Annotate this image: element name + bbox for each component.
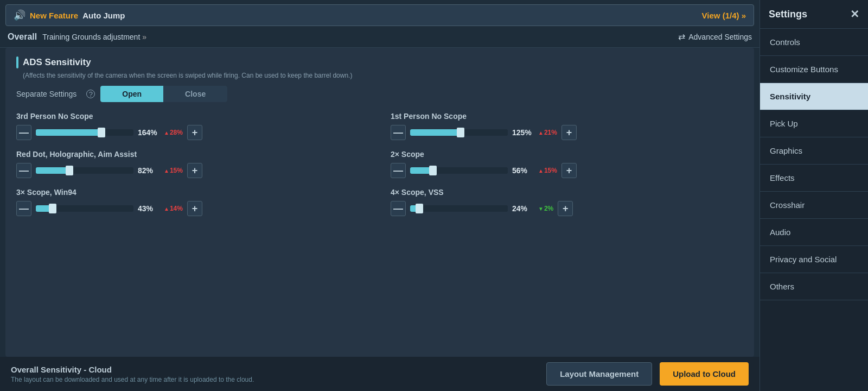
slider-item-4x-scope-vss: 4× Scope, VSS—24%▼2%+ <box>391 188 743 216</box>
slider-label-1st-person-no-scope: 1st Person No Scope <box>391 112 743 121</box>
sliders-grid: 3rd Person No Scope—164%▲28%+1st Person … <box>16 112 743 216</box>
nav-advanced-label: Advanced Settings <box>688 33 752 41</box>
slider-change-4x-scope-vss: ▼2% <box>538 205 553 212</box>
cloud-title: Overall Sensitivity - Cloud <box>11 365 254 374</box>
sidebar-item-privacy-social[interactable]: Privacy and Social <box>760 246 868 273</box>
slider-fill-3rd-person-no-scope <box>36 129 102 136</box>
nav-training-label: Training Grounds adjustment <box>42 33 140 41</box>
speaker-icon: 🔊 <box>14 9 25 21</box>
new-feature-label: New Feature <box>30 11 78 20</box>
slider-value-3rd-person-no-scope: 164% <box>138 128 159 137</box>
slider-thumb-3x-scope <box>49 204 56 213</box>
slider-plus-red-dot[interactable]: + <box>187 163 202 178</box>
slider-row-4x-scope-vss: —24%▼2%+ <box>391 201 743 216</box>
view-link[interactable]: View (1/4) » <box>702 11 746 20</box>
slider-track-4x-scope-vss[interactable] <box>410 205 508 212</box>
slider-track-3rd-person-no-scope[interactable] <box>36 129 133 136</box>
sidebar-items: ControlsCustomize ButtonsSensitivityPick… <box>760 29 868 391</box>
sidebar-item-controls[interactable]: Controls <box>760 29 868 56</box>
slider-minus-1st-person-no-scope[interactable]: — <box>391 125 406 140</box>
slider-change-1st-person-no-scope: ▲21% <box>538 129 557 136</box>
slider-row-3x-scope: —43%▲14%+ <box>16 201 369 216</box>
toggle-open-button[interactable]: Open <box>100 86 163 102</box>
slider-fill-1st-person-no-scope <box>410 129 461 136</box>
slider-item-3x-scope: 3× Scope, Win94—43%▲14%+ <box>16 188 369 216</box>
slider-fill-red-dot <box>36 167 70 174</box>
slider-plus-2x-scope[interactable]: + <box>561 163 577 178</box>
bottom-buttons: Layout Management Upload to Cloud <box>546 362 749 386</box>
slider-row-3rd-person-no-scope: —164%▲28%+ <box>16 125 369 140</box>
slider-value-red-dot: 82% <box>138 166 159 175</box>
slider-label-4x-scope-vss: 4× Scope, VSS <box>391 188 743 197</box>
sidebar-item-effects[interactable]: Effects <box>760 165 868 192</box>
slider-plus-3rd-person-no-scope[interactable]: + <box>187 125 202 140</box>
separate-settings-label: Separate Settings <box>16 90 76 98</box>
chevron-icon: » <box>142 33 146 41</box>
slider-minus-3rd-person-no-scope[interactable]: — <box>16 125 31 140</box>
settings-panel: ADS Sensitivity (Affects the sensitivity… <box>5 48 754 357</box>
slider-label-red-dot: Red Dot, Holographic, Aim Assist <box>16 150 369 159</box>
slider-label-3x-scope: 3× Scope, Win94 <box>16 188 369 197</box>
slider-minus-4x-scope-vss[interactable]: — <box>391 201 406 216</box>
slider-label-2x-scope: 2× Scope <box>391 150 743 159</box>
slider-value-2x-scope: 56% <box>512 166 534 175</box>
slider-item-2x-scope: 2× Scope—56%▲15%+ <box>391 150 743 178</box>
bottom-bar: Overall Sensitivity - Cloud The layout c… <box>0 357 760 391</box>
slider-change-3rd-person-no-scope: ▲28% <box>164 129 183 136</box>
slider-fill-4x-scope-vss <box>410 205 420 212</box>
slider-value-3x-scope: 43% <box>138 204 159 213</box>
cloud-info: Overall Sensitivity - Cloud The layout c… <box>11 365 254 383</box>
slider-value-1st-person-no-scope: 125% <box>512 128 534 137</box>
slider-track-1st-person-no-scope[interactable] <box>410 129 508 136</box>
sidebar-item-crosshair[interactable]: Crosshair <box>760 192 868 219</box>
slider-thumb-red-dot <box>66 166 73 175</box>
slider-track-red-dot[interactable] <box>36 167 133 174</box>
slider-track-3x-scope[interactable] <box>36 205 133 212</box>
sidebar-item-customize-buttons[interactable]: Customize Buttons <box>760 56 868 83</box>
section-title-text: ADS Sensitivity <box>23 57 91 68</box>
slider-thumb-3rd-person-no-scope <box>98 128 105 137</box>
cloud-subtitle: The layout can be downloaded and used at… <box>11 376 254 383</box>
sidebar-title: Settings <box>769 9 807 20</box>
slider-minus-2x-scope[interactable]: — <box>391 163 406 178</box>
help-icon[interactable]: ? <box>86 90 95 98</box>
slider-fill-2x-scope <box>410 167 433 174</box>
section-title-bar <box>16 56 18 68</box>
right-sidebar: Settings ✕ ControlsCustomize ButtonsSens… <box>760 0 868 391</box>
slider-item-3rd-person-no-scope: 3rd Person No Scope—164%▲28%+ <box>16 112 369 140</box>
slider-minus-3x-scope[interactable]: — <box>16 201 31 216</box>
sidebar-item-graphics[interactable]: Graphics <box>760 137 868 165</box>
slider-track-2x-scope[interactable] <box>410 167 508 174</box>
slider-plus-1st-person-no-scope[interactable]: + <box>561 125 577 140</box>
toggle-close-button[interactable]: Close <box>163 86 227 102</box>
slider-thumb-1st-person-no-scope <box>457 128 464 137</box>
slider-change-red-dot: ▲15% <box>164 167 183 174</box>
upload-cloud-button[interactable]: Upload to Cloud <box>660 362 749 386</box>
close-icon[interactable]: ✕ <box>850 8 859 21</box>
sidebar-item-sensitivity[interactable]: Sensitivity <box>760 83 868 110</box>
section-title-row: ADS Sensitivity <box>16 56 743 68</box>
sidebar-header: Settings ✕ <box>760 0 868 29</box>
slider-change-3x-scope: ▲14% <box>164 205 183 212</box>
layout-management-button[interactable]: Layout Management <box>546 362 652 386</box>
sidebar-item-audio[interactable]: Audio <box>760 219 868 246</box>
slider-label-3rd-person-no-scope: 3rd Person No Scope <box>16 112 369 121</box>
sidebar-item-pick-up[interactable]: Pick Up <box>760 110 868 137</box>
advanced-settings-icon: ⇄ <box>678 31 685 42</box>
slider-minus-red-dot[interactable]: — <box>16 163 31 178</box>
slider-plus-4x-scope-vss[interactable]: + <box>558 201 573 216</box>
banner-left: 🔊 New Feature Auto Jump <box>14 9 125 21</box>
nav-bar: Overall Training Grounds adjustment » ⇄ … <box>0 26 760 48</box>
slider-row-1st-person-no-scope: —125%▲21%+ <box>391 125 743 140</box>
nav-advanced[interactable]: ⇄ Advanced Settings <box>678 31 752 42</box>
slider-item-red-dot: Red Dot, Holographic, Aim Assist—82%▲15%… <box>16 150 369 178</box>
banner-title: Auto Jump <box>82 11 125 20</box>
sidebar-item-others[interactable]: Others <box>760 273 868 300</box>
slider-fill-3x-scope <box>36 205 53 212</box>
slider-row-2x-scope: —56%▲15%+ <box>391 163 743 178</box>
nav-training[interactable]: Training Grounds adjustment » <box>42 33 146 41</box>
nav-overall[interactable]: Overall <box>8 32 37 42</box>
top-banner: 🔊 New Feature Auto Jump View (1/4) » <box>5 4 754 26</box>
toggle-group: Open Close <box>100 86 227 102</box>
slider-plus-3x-scope[interactable]: + <box>187 201 202 216</box>
